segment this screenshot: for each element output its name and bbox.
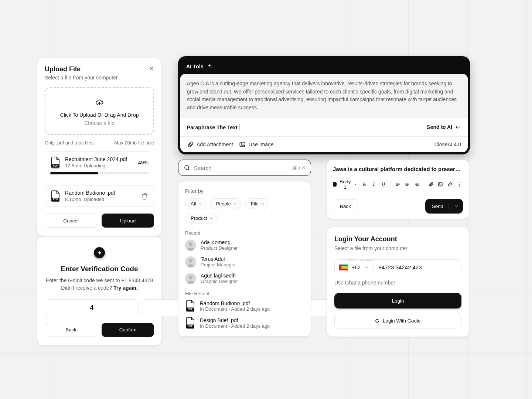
upload-dropzone[interactable]: Click To Upload Or Drag And Drop Choose … [45,87,154,135]
phone-field-label: Phone Number [341,259,376,262]
text-style-select[interactable]: Body 1 [333,179,357,190]
send-to-ai-button[interactable]: Send to AI [427,124,461,130]
pdf-icon [185,317,195,329]
avatar [185,273,196,284]
file-uploading: Recruitment June 2024.pdf 12.8mb Uploudi… [45,151,154,179]
back-button[interactable]: Back [45,323,97,337]
code-digit-1[interactable] [45,299,139,316]
paperclip-icon [187,141,194,148]
verification-card: ✦ Enter Verification Code Enter the 6-di… [37,236,162,345]
pdf-icon [50,190,61,202]
use-image-button[interactable]: Use Image [239,141,274,148]
attachment-icon[interactable] [429,181,434,188]
file-uploaded: Random Budiono .pdf 8,10mb Uploaded [45,185,154,207]
align-left-icon[interactable] [395,181,400,188]
align-center-icon[interactable] [405,181,410,188]
shortcut-hint: ⌘ + K [292,165,306,171]
login-title: Login Your Account [334,235,461,243]
cloud-upload-icon [95,98,103,106]
upload-title: Upload File [45,65,118,73]
filter-chip-product[interactable]: Product [185,213,218,224]
bold-icon[interactable] [362,181,367,188]
search-input[interactable] [194,165,289,171]
recent-person-row[interactable]: Ada KomengProduct Designer [185,239,304,251]
chevron-down-icon [354,182,357,187]
google-icon: G [375,318,379,324]
pdf-icon [50,157,61,168]
recent-person-row[interactable]: Terus AdulProject Manager [185,256,304,267]
image-icon[interactable] [438,181,443,188]
verify-title: Enter Verification Code [45,265,154,273]
editor-back-button[interactable]: Back [333,199,358,213]
sparkle-icon [207,64,212,69]
file-meta: 8,10mb Uploaded [65,197,115,202]
recent-file-row[interactable]: Design Brief .pdfIn Document - Added 2 d… [185,317,304,329]
chevron-down-icon [209,216,213,220]
country-code-select[interactable]: +62 [335,260,374,275]
search-palette: ⌘ + K Filter by All People File Product … [178,160,311,337]
model-label: CloseAI 4.0 [434,141,461,147]
link-icon[interactable] [447,181,453,188]
add-attachment-button[interactable]: Add Attachment [187,141,233,148]
chevron-down-icon [233,202,237,206]
login-button[interactable]: Login [334,293,461,308]
recent-label: Recent [185,230,304,236]
editor-send-button[interactable]: Send [425,199,463,214]
italic-icon[interactable] [371,181,376,188]
login-google-button[interactable]: G Login With Goole [334,313,461,328]
ai-prompt-input[interactable]: Paraphrase The Text [187,124,239,130]
confirm-button[interactable]: Confirm [102,323,154,337]
progress-bar [50,172,149,174]
brand-icon: ✦ [94,247,105,258]
trash-icon[interactable] [141,192,149,200]
resend-code-link[interactable]: Try again. [113,285,137,291]
ai-header: AI Tols [186,64,204,69]
file-meta: 12.8mb Uplouding... [65,163,127,168]
dropzone-sub-text: Choose a file [50,120,149,126]
verify-subtitle: Enter the 6-digit code we sent to +1 834… [45,277,154,292]
chevron-down-icon [198,202,202,206]
dropzone-main-text: Click To Upload Or Drag And Drop [50,112,149,118]
flag-icon [339,265,348,270]
underline-icon[interactable] [381,181,386,188]
image-icon [239,141,246,148]
filter-label: Filter by [185,188,304,194]
align-right-icon[interactable] [414,181,419,188]
avatar [185,256,196,267]
ai-tools-card: AI Tols Agen CIA is a cutting-edge marke… [178,56,470,154]
login-subtitle: Select a file from your computer [334,245,461,251]
filter-chip-people[interactable]: People [210,198,241,209]
file-name: Random Budiono .pdf [65,190,115,196]
search-icon [184,164,190,171]
filter-chip-all[interactable]: All [185,198,207,209]
svg-point-11 [340,266,341,268]
upload-progress-percent: 49% [138,160,149,166]
search-input-container[interactable]: ⌘ + K [178,160,311,176]
upload-button[interactable]: Upload [102,214,154,228]
text-color-swatch [333,182,337,187]
file-name: Recruitment June 2024.pdf [65,156,127,162]
recent-person-row[interactable]: Agus lagi sedihGraphic Designer [185,273,304,284]
file-recent-label: File Recent [185,291,304,296]
chevron-down-icon [261,202,265,206]
more-icon[interactable]: ⋮ [457,181,463,187]
enter-icon [455,124,461,130]
cancel-button[interactable]: Cancel [45,214,97,228]
phone-hint: Use Ghana phone number [334,280,461,286]
chevron-down-icon [454,204,458,208]
login-card: Login Your Account Select a file from yo… [327,227,469,337]
pdf-icon [185,300,195,312]
avatar [185,240,196,251]
upload-subtitle: Select a file from your computer [45,75,118,81]
editor-text[interactable]: Jawa is a cultural platform dedicated to… [333,166,463,172]
recent-file-row[interactable]: Random Budiono .pdfIn Document - Added 2… [185,300,304,312]
editor-card: Jawa is a cultural platform dedicated to… [327,160,469,219]
editor-toolbar: Body 1 ⋮ [333,179,463,190]
close-icon[interactable]: ✕ [149,65,154,72]
upload-hint-types: Only .pdf and .doc files. [45,140,95,146]
upload-file-card: Upload File Select a file from your comp… [37,58,162,236]
phone-input[interactable] [374,260,461,275]
upload-hint-size: Max 20mb file size [114,140,154,146]
filter-chip-file[interactable]: File [245,198,269,209]
ai-context-text: Agen CIA is a cutting-edge marketing age… [180,74,468,118]
